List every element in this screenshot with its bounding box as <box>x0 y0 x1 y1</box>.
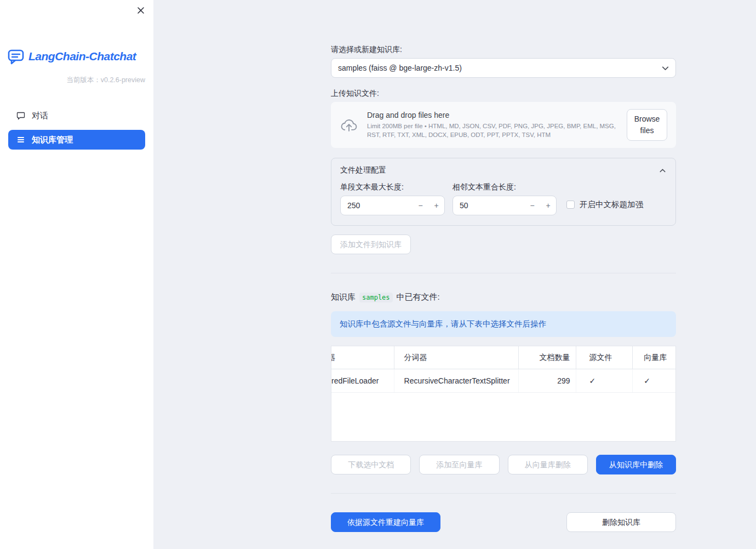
cell-loader: redFileLoader <box>331 369 394 392</box>
bottom-actions: 依据源文件重建向量库 删除知识库 <box>331 512 676 532</box>
overlap-length-decrement-button[interactable]: − <box>524 196 540 215</box>
existing-files-prefix: 知识库 <box>331 292 356 302</box>
sidebar-menu: 对话 知识库管理 <box>0 106 153 150</box>
cell-vector-store-check: ✓ <box>633 369 675 392</box>
max-length-label: 单段文本最大长度: <box>340 182 445 192</box>
delete-kb-button[interactable]: 删除知识库 <box>566 512 676 532</box>
table-header-doc-count[interactable]: 文档数量 <box>519 346 576 369</box>
overlap-length-label: 相邻文本重合长度: <box>453 182 557 192</box>
row-actions: 下载选中文档 添加至向量库 从向量库删除 从知识库中删除 <box>331 455 676 474</box>
kb-name-code: samples <box>359 293 393 302</box>
divider <box>331 493 676 494</box>
chevron-up-icon <box>658 167 667 175</box>
browse-files-button[interactable]: Browse files <box>627 109 667 141</box>
table-row[interactable]: redFileLoader RecursiveCharacterTextSpli… <box>331 369 675 393</box>
config-expander-title: 文件处理配置 <box>340 165 386 175</box>
x-icon <box>137 7 145 14</box>
menu-item-label: 知识库管理 <box>32 135 73 145</box>
zh-title-enhance-checkbox[interactable] <box>566 201 575 209</box>
divider <box>331 273 676 273</box>
kb-select-value: samples (faiss @ bge-large-zh-v1.5) <box>338 64 462 72</box>
dropzone-title: Drag and drop files here <box>367 111 618 119</box>
upload-label: 上传知识文件: <box>331 89 676 98</box>
overlap-length-increment-button[interactable]: + <box>540 196 556 215</box>
max-length-decrement-button[interactable]: − <box>413 196 428 215</box>
sidebar: LangChain-Chatchat 当前版本：v0.2.6-preview 对… <box>0 0 153 549</box>
files-table[interactable]: 器 分词器 文档数量 源文件 向量库 redFileLoader Recursi… <box>331 346 676 442</box>
download-selected-button[interactable]: 下载选中文档 <box>331 455 411 474</box>
chat-logo-icon <box>7 47 25 66</box>
table-header-splitter[interactable]: 分词器 <box>394 346 519 369</box>
info-banner: 知识库中包含源文件与向量库，请从下表中选择文件后操作 <box>331 311 676 337</box>
content-column: 请选择或新建知识库: samples (faiss @ bge-large-zh… <box>331 0 676 532</box>
main-content: 请选择或新建知识库: samples (faiss @ bge-large-zh… <box>153 0 756 549</box>
max-length-value[interactable]: 250 <box>347 201 413 210</box>
table-header-vector-store[interactable]: 向量库 <box>633 346 675 369</box>
menu-item-label: 对话 <box>32 111 48 121</box>
list-icon <box>16 135 25 144</box>
dropzone-text: Drag and drop files here Limit 200MB per… <box>367 111 618 139</box>
config-expander-header[interactable]: 文件处理配置 <box>331 158 675 181</box>
existing-files-suffix: 中已有文件: <box>397 292 440 302</box>
dropzone-limit: Limit 200MB per file • HTML, MD, JSON, C… <box>367 122 618 139</box>
chevron-down-icon <box>661 64 670 73</box>
close-sidebar-button[interactable] <box>135 4 147 16</box>
table-header-source-file[interactable]: 源文件 <box>576 346 633 369</box>
cell-doc-count: 299 <box>519 369 576 392</box>
max-length-input: 250 − + <box>340 196 445 215</box>
version-text: 当前版本：v0.2.6-preview <box>0 76 153 85</box>
config-expander-body: 单段文本最大长度: 250 − + 相邻文本重合长度: 50 − + <box>331 181 675 225</box>
overlap-length-value[interactable]: 50 <box>460 201 524 210</box>
zh-title-enhance-field: 开启中文标题加强 <box>566 199 643 215</box>
add-to-vector-store-button[interactable]: 添加至向量库 <box>419 455 499 474</box>
delete-from-vector-store-button[interactable]: 从向量库删除 <box>508 455 588 474</box>
existing-files-line: 知识库 samples 中已有文件: <box>331 292 676 302</box>
max-length-field: 单段文本最大长度: 250 − + <box>340 182 445 215</box>
zh-title-enhance-label: 开启中文标题加强 <box>580 199 643 210</box>
cell-splitter: RecursiveCharacterTextSplitter <box>394 369 519 392</box>
cloud-upload-icon <box>340 118 358 133</box>
kb-select[interactable]: samples (faiss @ bge-large-zh-v1.5) <box>331 58 676 78</box>
overlap-length-field: 相邻文本重合长度: 50 − + <box>453 182 557 215</box>
rebuild-vector-store-button[interactable]: 依据源文件重建向量库 <box>331 512 440 532</box>
sidebar-item-chat[interactable]: 对话 <box>8 106 145 125</box>
delete-from-kb-button[interactable]: 从知识库中删除 <box>596 455 676 474</box>
kb-select-label: 请选择或新建知识库: <box>331 45 676 54</box>
add-files-button[interactable]: 添加文件到知识库 <box>331 235 411 254</box>
cell-source-file-check: ✓ <box>576 369 633 392</box>
logo-text: LangChain-Chatchat <box>28 50 136 63</box>
overlap-length-input: 50 − + <box>453 196 557 215</box>
file-dropzone[interactable]: Drag and drop files here Limit 200MB per… <box>331 102 676 148</box>
chat-bubble-icon <box>16 111 25 120</box>
logo: LangChain-Chatchat <box>7 47 153 66</box>
table-header-loader[interactable]: 器 <box>331 346 394 369</box>
config-expander: 文件处理配置 单段文本最大长度: 250 − + <box>331 158 676 226</box>
app-root: LangChain-Chatchat 当前版本：v0.2.6-preview 对… <box>0 0 756 549</box>
sidebar-item-knowledge-base[interactable]: 知识库管理 <box>8 130 145 150</box>
max-length-increment-button[interactable]: + <box>428 196 444 215</box>
table-header-row: 器 分词器 文档数量 源文件 向量库 <box>331 346 675 369</box>
